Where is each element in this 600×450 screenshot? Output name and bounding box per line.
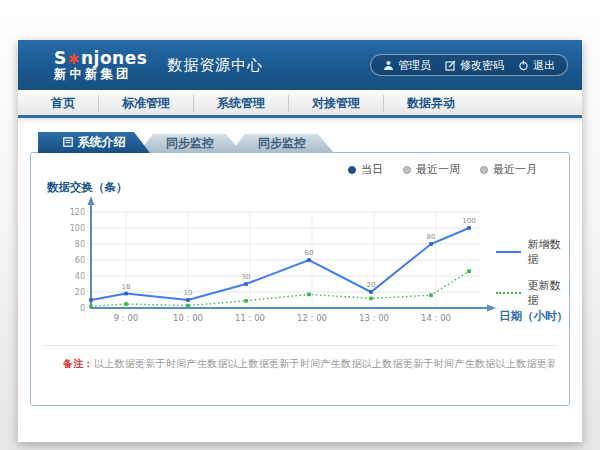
content-area: 系统介绍 同步监控 同步监控 当日 最近一周 xyxy=(18,118,582,442)
logout-button[interactable]: 退出 xyxy=(518,58,555,73)
footnote-label: 备注： xyxy=(63,358,94,369)
svg-text:60: 60 xyxy=(75,256,85,265)
chart-legend: 新增数据 更新数据 xyxy=(496,237,569,319)
nav-item-home[interactable]: 首页 xyxy=(28,95,98,112)
svg-text:18: 18 xyxy=(122,283,131,291)
svg-text:30: 30 xyxy=(242,273,251,281)
chart-panel: 当日 最近一周 最近一月 数据交换（条） 0204060801001209 : … xyxy=(30,152,570,406)
radio-today[interactable]: 当日 xyxy=(348,162,383,177)
nav-item-integration-mgmt[interactable]: 对接管理 xyxy=(288,95,383,112)
admin-user-button[interactable]: 管理员 xyxy=(383,58,431,73)
nav-item-data-change[interactable]: 数据异动 xyxy=(383,95,478,112)
footnote: 备注：以上数据更新于时间产生数据以上数据更新于时间产生数据以上数据更新于时间产生… xyxy=(45,345,555,371)
tab-sync-monitor-1[interactable]: 同步监控 xyxy=(138,134,242,153)
legend-label: 更新数据 xyxy=(528,278,569,308)
period-filter-group: 当日 最近一周 最近一月 xyxy=(348,162,537,177)
svg-text:120: 120 xyxy=(70,208,85,217)
admin-user-label: 管理员 xyxy=(398,58,431,73)
radio-label: 当日 xyxy=(361,162,383,177)
svg-text:11 : 00: 11 : 00 xyxy=(235,313,265,323)
app-window: S✱njones 新中新集团 数据资源中心 管理员 修改密码 退出 xyxy=(18,40,582,442)
svg-text:10: 10 xyxy=(184,289,193,297)
nav-item-system-mgmt[interactable]: 系统管理 xyxy=(193,95,288,112)
user-menu: 管理员 修改密码 退出 xyxy=(370,54,568,76)
power-icon xyxy=(518,60,529,71)
app-header: S✱njones 新中新集团 数据资源中心 管理员 修改密码 退出 xyxy=(18,40,582,90)
tab-label: 同步监控 xyxy=(258,135,306,152)
footnote-text: 以上数据更新于时间产生数据以上数据更新于时间产生数据以上数据更新于时间产生数据以… xyxy=(94,358,555,369)
line-chart: 0204060801001209 : 0010 : 0011 : 0012 : … xyxy=(33,193,533,333)
logo-star-icon: ✱ xyxy=(67,51,81,67)
svg-text:80: 80 xyxy=(75,240,85,249)
svg-text:60: 60 xyxy=(305,249,314,257)
svg-text:0: 0 xyxy=(80,304,85,313)
svg-text:13 : 00: 13 : 00 xyxy=(359,313,389,323)
svg-text:12 : 00: 12 : 00 xyxy=(297,313,327,323)
tab-label: 同步监控 xyxy=(166,135,214,152)
radio-last-week[interactable]: 最近一周 xyxy=(403,162,460,177)
edit-icon xyxy=(445,60,456,71)
tab-label: 系统介绍 xyxy=(78,134,126,151)
logout-label: 退出 xyxy=(533,58,555,73)
radio-unselected-icon xyxy=(403,166,411,174)
logo-letters: njones xyxy=(81,48,147,68)
radio-label: 最近一月 xyxy=(493,162,537,177)
svg-text:100: 100 xyxy=(70,224,85,233)
radio-last-month[interactable]: 最近一月 xyxy=(480,162,537,177)
change-password-button[interactable]: 修改密码 xyxy=(445,58,504,73)
radio-label: 最近一周 xyxy=(416,162,460,177)
radio-selected-icon xyxy=(348,166,356,174)
tab-sync-monitor-2[interactable]: 同步监控 xyxy=(230,134,334,153)
tab-bar: 系统介绍 同步监控 同步监控 xyxy=(38,132,570,153)
svg-text:40: 40 xyxy=(75,272,85,281)
logo-letter: S xyxy=(54,48,67,68)
radio-unselected-icon xyxy=(480,166,488,174)
nav-item-standard-mgmt[interactable]: 标准管理 xyxy=(98,95,193,112)
dotted-line-swatch-icon xyxy=(496,292,521,294)
legend-item-new-data: 新增数据 xyxy=(496,237,569,267)
svg-text:9 : 00: 9 : 00 xyxy=(114,313,139,323)
document-icon xyxy=(63,136,73,150)
main-nav: 首页 标准管理 系统管理 对接管理 数据异动 xyxy=(18,90,582,115)
legend-item-updated-data: 更新数据 xyxy=(496,278,569,308)
svg-text:20: 20 xyxy=(367,281,376,289)
brand-logo-subtitle: 新中新集团 xyxy=(54,67,147,80)
svg-text:20: 20 xyxy=(75,288,85,297)
svg-text:100: 100 xyxy=(462,217,475,225)
legend-label: 新增数据 xyxy=(528,237,569,267)
change-password-label: 修改密码 xyxy=(460,58,504,73)
tab-system-intro[interactable]: 系统介绍 xyxy=(38,132,150,153)
solid-line-swatch-icon xyxy=(496,251,521,253)
brand-logo: S✱njones 新中新集团 xyxy=(54,50,147,81)
page-title: 数据资源中心 xyxy=(167,56,263,75)
brand-logo-text: S✱njones xyxy=(54,50,147,68)
user-icon xyxy=(383,60,394,71)
svg-text:10 : 00: 10 : 00 xyxy=(173,313,203,323)
svg-text:14 : 00: 14 : 00 xyxy=(421,313,451,323)
svg-text:80: 80 xyxy=(427,233,436,241)
